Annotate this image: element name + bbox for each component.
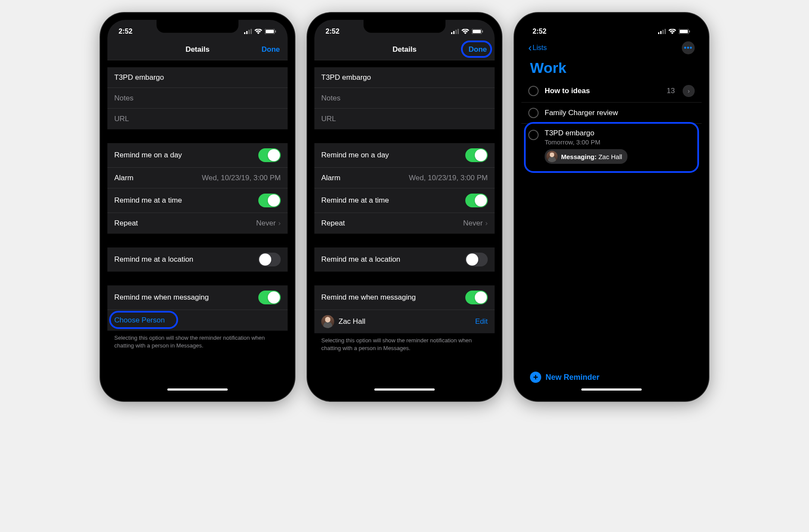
done-button[interactable]: Done: [469, 45, 487, 54]
remind-time-row: Remind me at a time: [314, 188, 495, 213]
svg-rect-13: [482, 31, 483, 33]
alarm-row[interactable]: Alarm Wed, 10/23/19, 3:00 PM: [107, 168, 288, 188]
alarm-row[interactable]: Alarm Wed, 10/23/19, 3:00 PM: [314, 168, 495, 188]
remind-messaging-row: Remind me when messaging: [314, 285, 495, 310]
svg-rect-20: [689, 31, 690, 33]
done-button[interactable]: Done: [262, 45, 280, 54]
signal-icon: [658, 29, 666, 34]
home-indicator[interactable]: [581, 388, 642, 391]
title-field[interactable]: T3PD embargo: [107, 67, 288, 88]
svg-rect-8: [453, 31, 455, 34]
list-item[interactable]: T3PD embargo Tomorrow, 3:00 PM Messaging…: [521, 124, 702, 169]
remind-location-toggle[interactable]: [258, 253, 281, 266]
svg-rect-1: [246, 31, 248, 34]
disclosure-icon[interactable]: ›: [683, 85, 695, 97]
svg-rect-0: [244, 32, 245, 34]
url-field[interactable]: URL: [107, 109, 288, 129]
remind-day-toggle[interactable]: [258, 148, 281, 162]
battery-icon: [679, 29, 690, 34]
svg-rect-12: [473, 30, 481, 33]
remind-day-row: Remind me on a day: [314, 143, 495, 168]
avatar: [546, 151, 558, 162]
battery-icon: [472, 29, 483, 34]
radio-icon[interactable]: [528, 130, 539, 140]
svg-rect-14: [658, 32, 659, 34]
notes-field[interactable]: Notes: [314, 88, 495, 109]
svg-rect-19: [680, 30, 688, 33]
plus-circle-icon: +: [530, 372, 541, 383]
wifi-icon: [254, 29, 262, 34]
remind-messaging-row: Remind me when messaging: [107, 285, 288, 310]
chevron-left-icon: ‹: [528, 42, 532, 54]
home-indicator[interactable]: [374, 388, 435, 391]
battery-icon: [265, 29, 276, 34]
url-field[interactable]: URL: [314, 109, 495, 129]
svg-rect-10: [458, 29, 459, 34]
svg-rect-5: [266, 30, 274, 33]
remind-location-row: Remind me at a location: [314, 247, 495, 272]
list-title: Work: [521, 54, 702, 80]
signal-icon: [244, 29, 252, 34]
chevron-right-icon: ›: [485, 219, 488, 228]
svg-rect-2: [248, 30, 250, 34]
avatar: [321, 315, 334, 328]
reminder-subtitle: Tomorrow, 3:00 PM: [545, 138, 695, 146]
repeat-row[interactable]: Repeat Never›: [314, 213, 495, 234]
svg-rect-17: [665, 29, 666, 34]
svg-rect-9: [455, 30, 457, 34]
remind-messaging-toggle[interactable]: [465, 291, 488, 304]
svg-rect-7: [451, 32, 452, 34]
more-button[interactable]: •••: [682, 41, 695, 54]
nav-bar: Details Done: [314, 39, 495, 60]
list-item[interactable]: Family Charger review: [521, 103, 702, 124]
remind-messaging-toggle[interactable]: [258, 291, 281, 304]
messaging-badge: Messaging: Zac Hall: [545, 149, 627, 164]
phone-2: 2:52 Details Done T3PD embargo Notes URL…: [307, 13, 502, 401]
footer-note: Selecting this option will show the remi…: [314, 333, 495, 352]
radio-icon[interactable]: [528, 108, 539, 118]
home-indicator[interactable]: [167, 388, 228, 391]
svg-rect-3: [251, 29, 252, 34]
nav-bar: Details Done: [107, 39, 288, 60]
title-field[interactable]: T3PD embargo: [314, 67, 495, 88]
notch: [571, 20, 652, 33]
remind-day-row: Remind me on a day: [107, 143, 288, 168]
svg-rect-6: [275, 31, 276, 33]
phone-1: 2:52 Details Done T3PD embargo Notes URL…: [100, 13, 295, 401]
status-time: 2:52: [533, 28, 546, 35]
svg-rect-15: [660, 31, 662, 34]
remind-time-row: Remind me at a time: [107, 188, 288, 213]
signal-icon: [451, 29, 459, 34]
wifi-icon: [668, 29, 676, 34]
repeat-row[interactable]: Repeat Never›: [107, 213, 288, 234]
remind-location-toggle[interactable]: [465, 253, 488, 266]
nav-title: Details: [314, 45, 495, 54]
ellipsis-icon: •••: [684, 44, 693, 52]
chevron-right-icon: ›: [278, 219, 281, 228]
status-time: 2:52: [326, 28, 339, 35]
wifi-icon: [461, 29, 469, 34]
remind-location-row: Remind me at a location: [107, 247, 288, 272]
remind-time-toggle[interactable]: [465, 194, 488, 207]
messaging-person-row[interactable]: Zac Hall Edit: [314, 310, 495, 333]
svg-rect-16: [662, 30, 664, 34]
status-time: 2:52: [119, 28, 132, 35]
notes-field[interactable]: Notes: [107, 88, 288, 109]
notch: [157, 20, 238, 33]
new-reminder-button[interactable]: + New Reminder: [530, 372, 599, 383]
remind-day-toggle[interactable]: [465, 148, 488, 162]
choose-person-button[interactable]: Choose Person: [114, 316, 165, 325]
person-name: Zac Hall: [339, 317, 365, 326]
back-button[interactable]: ‹ Lists: [528, 42, 547, 54]
count-badge: 13: [667, 87, 675, 95]
phone-3: 2:52 ‹ Lists ••• Work How to ideas 13 ›: [514, 13, 709, 401]
edit-button[interactable]: Edit: [475, 317, 488, 326]
radio-icon[interactable]: [528, 86, 539, 96]
list-item[interactable]: How to ideas 13 ›: [521, 80, 702, 103]
remind-time-toggle[interactable]: [258, 194, 281, 207]
footer-note: Selecting this option will show the remi…: [107, 331, 288, 350]
nav-title: Details: [107, 45, 288, 54]
notch: [364, 20, 445, 33]
